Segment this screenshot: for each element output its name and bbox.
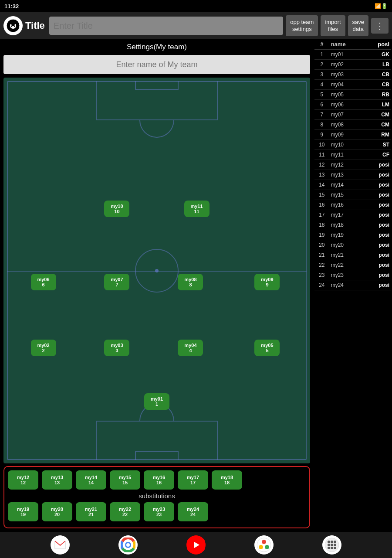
status-time: 11:32 — [4, 3, 19, 10]
opp-team-button[interactable]: opp teamsettings — [286, 15, 318, 36]
sub-token-21[interactable]: my2121 — [76, 502, 106, 521]
team-name-input[interactable] — [4, 56, 309, 73]
sub-token-16[interactable]: my1616 — [144, 470, 174, 490]
table-row[interactable]: 13 my13 posi — [314, 170, 391, 180]
sub-token-20[interactable]: my2020 — [42, 502, 72, 521]
row-pos: LM — [366, 100, 391, 110]
more-options-button[interactable]: ⋮ — [371, 18, 389, 34]
table-row[interactable]: 24 my24 posi — [314, 280, 391, 290]
chrome-icon[interactable] — [118, 535, 138, 555]
row-num: 5 — [314, 90, 329, 100]
goal-top — [135, 81, 179, 90]
player-token-2[interactable]: my022 — [31, 340, 56, 356]
main-content: Settings(My team) my011my022my033my044my… — [0, 39, 392, 532]
table-row[interactable]: 7 my07 CM — [314, 110, 391, 120]
apps-icon[interactable] — [322, 535, 341, 555]
row-num: 11 — [314, 150, 329, 160]
sub-token-24[interactable]: my2424 — [178, 502, 208, 521]
table-row[interactable]: 18 my18 posi — [314, 220, 391, 230]
table-row[interactable]: 22 my22 posi — [314, 260, 391, 270]
sub-token-23[interactable]: my2323 — [144, 502, 174, 521]
right-panel: # name posi 1 my01 GK 2 my02 LB 3 my03 C… — [314, 39, 392, 532]
row-name: my15 — [329, 190, 366, 200]
row-num: 1 — [314, 50, 329, 60]
table-row[interactable]: 9 my09 RM — [314, 130, 391, 140]
table-row[interactable]: 17 my17 posi — [314, 210, 391, 220]
player-token-3[interactable]: my033 — [104, 340, 129, 356]
sub-token-17[interactable]: my1717 — [178, 470, 208, 490]
row-pos: posi — [366, 230, 391, 240]
player-token-8[interactable]: my088 — [178, 274, 203, 290]
status-icons: 📶🔋 — [375, 3, 388, 9]
row-num: 16 — [314, 200, 329, 210]
bottom-nav — [0, 532, 392, 558]
row-name: my17 — [329, 210, 366, 220]
table-row[interactable]: 2 my02 LB — [314, 60, 391, 70]
row-name: my07 — [329, 110, 366, 120]
svg-point-17 — [328, 544, 330, 546]
row-pos: posi — [366, 280, 391, 290]
row-num: 3 — [314, 70, 329, 80]
row-pos: GK — [366, 50, 391, 60]
import-files-button[interactable]: importfiles — [321, 15, 345, 36]
player-token-4[interactable]: my044 — [178, 340, 203, 356]
row-name: my19 — [329, 230, 366, 240]
row-num: 12 — [314, 160, 329, 170]
table-row[interactable]: 12 my12 posi — [314, 160, 391, 170]
row-num: 23 — [314, 270, 329, 280]
player-token-7[interactable]: my077 — [104, 274, 129, 290]
table-row[interactable]: 1 my01 GK — [314, 50, 391, 60]
table-row[interactable]: 8 my08 CM — [314, 120, 391, 130]
football-pitch: my011my022my033my044my055my066my077my088… — [3, 78, 310, 463]
row-name: my24 — [329, 280, 366, 290]
player-token-5[interactable]: my055 — [254, 340, 280, 356]
table-row[interactable]: 20 my20 posi — [314, 240, 391, 250]
player-token-9[interactable]: my099 — [254, 274, 280, 290]
row-pos: CM — [366, 120, 391, 130]
table-row[interactable]: 10 my10 ST — [314, 140, 391, 150]
table-row[interactable]: 6 my06 LM — [314, 100, 391, 110]
sub-token-14[interactable]: my1414 — [76, 470, 106, 490]
table-row[interactable]: 15 my15 posi — [314, 190, 391, 200]
svg-point-15 — [331, 541, 333, 543]
sub-token-22[interactable]: my2222 — [110, 502, 140, 521]
table-row[interactable]: 11 my11 CF — [314, 150, 391, 160]
svg-point-6 — [126, 543, 130, 547]
sub-token-18[interactable]: my1818 — [212, 470, 242, 490]
table-row[interactable]: 14 my14 posi — [314, 180, 391, 190]
photos-icon[interactable] — [254, 535, 274, 555]
col-header-name: name — [329, 39, 366, 50]
row-name: my20 — [329, 240, 366, 250]
svg-point-11 — [259, 545, 263, 549]
save-data-button[interactable]: savedata — [348, 15, 368, 36]
col-header-pos: posi — [366, 39, 391, 50]
sub-token-12[interactable]: my1212 — [8, 470, 38, 490]
sub-token-15[interactable]: my1515 — [110, 470, 140, 490]
player-token-11[interactable]: my1111 — [184, 201, 210, 217]
title-label: Title — [25, 20, 45, 31]
player-token-6[interactable]: my066 — [31, 274, 56, 290]
table-row[interactable]: 5 my05 RB — [314, 90, 391, 100]
table-row[interactable]: 21 my21 posi — [314, 250, 391, 260]
player-token-1[interactable]: my011 — [144, 393, 169, 410]
row-name: my22 — [329, 260, 366, 270]
sub-token-19[interactable]: my1919 — [8, 502, 38, 521]
row-name: my03 — [329, 70, 366, 80]
row-pos: posi — [366, 250, 391, 260]
table-row[interactable]: 19 my19 posi — [314, 230, 391, 240]
title-input[interactable] — [49, 17, 283, 35]
row-name: my02 — [329, 60, 366, 70]
table-row[interactable]: 23 my23 posi — [314, 270, 391, 280]
table-row[interactable]: 16 my16 posi — [314, 200, 391, 210]
table-row[interactable]: 4 my04 CB — [314, 80, 391, 90]
gmail-icon[interactable] — [51, 535, 70, 555]
row-pos: posi — [366, 240, 391, 250]
left-panel: Settings(My team) my011my022my033my044my… — [0, 39, 314, 532]
youtube-icon[interactable] — [186, 535, 206, 555]
player-token-10[interactable]: my1010 — [104, 201, 129, 217]
row-pos: RM — [366, 130, 391, 140]
row-name: my13 — [329, 170, 366, 180]
table-row[interactable]: 3 my03 CB — [314, 70, 391, 80]
sub-token-13[interactable]: my1313 — [42, 470, 72, 490]
row-name: my12 — [329, 160, 366, 170]
